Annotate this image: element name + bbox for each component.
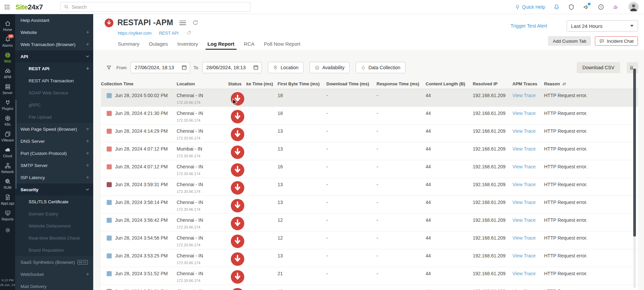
plus-icon[interactable] <box>86 150 89 156</box>
view-trace-link[interactable]: View Trace <box>512 196 544 205</box>
sidebar-item[interactable]: SOAP Web Service <box>15 87 93 99</box>
sidebar-item[interactable]: REST API <box>15 63 93 75</box>
plus-icon[interactable] <box>86 162 89 168</box>
view-trace-link[interactable]: View Trace <box>512 142 544 152</box>
hamburger-menu-icon[interactable] <box>179 20 186 25</box>
search-input[interactable] <box>72 4 247 10</box>
column-header[interactable]: Status <box>228 79 246 89</box>
availability-filter-button[interactable]: Availability <box>310 62 350 73</box>
notifications-bell-icon[interactable] <box>553 4 560 10</box>
download-csv-button[interactable]: Download CSV <box>577 62 620 73</box>
rail-item[interactable]: Plugins <box>0 97 15 113</box>
sidebar-item[interactable]: DNS Server <box>15 135 93 147</box>
table-scrollbar-thumb[interactable] <box>633 69 636 237</box>
table-row[interactable]: Jun 28, 2024 3:51:52 PM Chennai - IN 172… <box>101 267 638 285</box>
rail-item[interactable]: Server <box>0 81 15 97</box>
rail-item[interactable]: Network <box>0 160 15 176</box>
chevron-down-icon[interactable] <box>86 189 89 191</box>
sidebar-item[interactable]: SaaS Synthetics (Browser) BETA <box>15 256 93 268</box>
filter-funnel-icon[interactable] <box>106 65 112 71</box>
plus-icon[interactable] <box>86 174 89 180</box>
sidebar-item[interactable]: Port (Custom Protocol) <box>15 147 93 159</box>
sidebar-item[interactable]: REST API Transaction <box>15 75 93 87</box>
help-icon[interactable]: ? <box>598 4 604 10</box>
plus-icon[interactable] <box>86 29 89 35</box>
monitor-url-link[interactable]: https://zylker.com <box>118 31 151 36</box>
view-trace-link[interactable]: View Trace <box>512 125 544 134</box>
view-trace-link[interactable]: View Trace <box>512 285 544 290</box>
rail-item[interactable]: Alarms 13 <box>0 34 15 50</box>
from-date-input[interactable] <box>131 62 190 73</box>
quick-help-link[interactable]: Quick Help <box>515 4 545 10</box>
apps-grid-icon[interactable] <box>4 4 10 10</box>
plus-icon[interactable] <box>86 271 89 277</box>
incident-chat-button[interactable]: Incident Chat <box>595 36 638 46</box>
sidebar-item[interactable]: gRPC <box>15 99 93 111</box>
view-trace-link[interactable]: View Trace <box>512 107 544 116</box>
add-custom-tab-button[interactable]: Add Custom Tab <box>548 36 591 46</box>
column-header[interactable]: Location <box>177 79 228 89</box>
column-header[interactable]: Content Length (B) <box>426 79 473 89</box>
sidebar-item[interactable]: Brand Reputation <box>15 244 93 256</box>
column-header[interactable]: Response Time (ms) <box>377 79 426 89</box>
tab[interactable]: Summary <box>118 41 139 50</box>
sidebar-scrollbar[interactable] <box>15 100 16 189</box>
rail-item[interactable]: AppLogs <box>0 192 15 208</box>
view-trace-link[interactable]: View Trace <box>512 214 544 223</box>
location-filter-button[interactable]: Location <box>268 62 303 73</box>
table-row[interactable]: Jun 28, 2024 3:58:14 PM Chennai - IN 172… <box>101 196 638 214</box>
tab[interactable]: Log Report <box>208 41 235 50</box>
column-header[interactable]: ke Time (ms) <box>246 79 278 89</box>
rail-item[interactable]: APM <box>0 66 15 81</box>
plus-icon[interactable] <box>86 41 89 47</box>
to-date-input[interactable] <box>202 62 262 73</box>
rail-item[interactable]: K8s <box>0 113 15 129</box>
plus-icon[interactable] <box>86 138 89 144</box>
column-settings-button[interactable] <box>627 62 638 73</box>
table-row[interactable]: Jun 28, 2024 4:14:29 PM Chennai - IN 172… <box>101 125 638 142</box>
sidebar-item[interactable]: SSL/TLS Certificate <box>15 196 93 208</box>
sidebar-item[interactable]: Real-time Blocklist Check <box>15 232 93 244</box>
tab[interactable]: Outages <box>149 41 168 50</box>
plus-icon[interactable] <box>86 66 89 72</box>
sidebar-item[interactable]: Domain Expiry <box>15 208 93 220</box>
view-trace-link[interactable]: View Trace <box>512 89 544 98</box>
sidebar-item[interactable]: Mail Delivery <box>15 280 93 290</box>
time-range-select[interactable]: Last 24 Hours <box>567 20 638 32</box>
table-row[interactable]: Jun 28, 2024 3:53:25 PM Chennai - IN 172… <box>101 249 638 267</box>
tab[interactable]: Poll Now Report <box>264 41 300 50</box>
tab[interactable]: Inventory <box>177 41 198 50</box>
table-row[interactable]: Jun 28, 2024 5:00:02 PM Chennai - IN 172… <box>101 89 638 107</box>
shield-icon[interactable] <box>568 4 575 10</box>
trigger-test-alert-link[interactable]: Trigger Test Alert <box>510 23 547 29</box>
monitor-type-link[interactable]: REST API <box>159 31 178 36</box>
view-trace-link[interactable]: View Trace <box>512 160 544 169</box>
table-row[interactable]: Jun 28, 2024 4:07:12 PM Chennai - IN 172… <box>101 160 638 178</box>
refresh-icon[interactable] <box>192 19 199 26</box>
plus-icon[interactable] <box>86 126 89 132</box>
column-header[interactable]: APM Traces <box>512 79 544 89</box>
rail-item[interactable]: RUM <box>0 176 15 192</box>
sidebar-item[interactable]: ISP Latency <box>15 171 93 183</box>
sidebar-item[interactable]: Website <box>15 26 93 38</box>
table-row[interactable]: Jun 28, 2024 3:56:42 PM Chennai - IN 172… <box>101 214 638 232</box>
sidebar-item[interactable]: Help Assistant <box>15 14 93 26</box>
column-header[interactable]: Collection Time <box>101 79 177 89</box>
rail-settings[interactable] <box>0 225 15 236</box>
sort-filter-icon[interactable] <box>562 82 567 86</box>
zia-assistant-icon[interactable] <box>612 4 619 10</box>
column-header[interactable]: Reason <box>544 79 638 89</box>
view-trace-link[interactable]: View Trace <box>512 178 544 187</box>
table-row[interactable]: Jun 28, 2024 4:21:30 PM Chennai - IN 172… <box>101 107 638 125</box>
user-avatar[interactable] <box>629 2 639 12</box>
column-header[interactable]: First Byte Time (ms) <box>278 79 326 89</box>
rail-item[interactable]: Reports <box>0 208 15 223</box>
rail-item[interactable]: VMware <box>0 129 15 144</box>
sidebar-item[interactable]: File Upload <box>15 111 93 123</box>
tab[interactable]: RCA <box>244 41 255 50</box>
data-collection-filter-button[interactable]: Data Collection <box>356 62 405 73</box>
view-trace-link[interactable]: View Trace <box>512 267 544 276</box>
column-header[interactable]: Download Time (ms) <box>326 79 377 89</box>
announcements-icon[interactable] <box>583 4 589 10</box>
view-trace-link[interactable]: View Trace <box>512 249 544 258</box>
